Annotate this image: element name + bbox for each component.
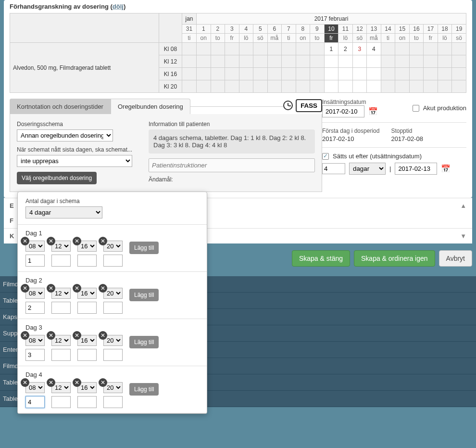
clock-icon[interactable] bbox=[283, 101, 293, 110]
quantity-input[interactable] bbox=[103, 255, 123, 267]
quantity-input[interactable] bbox=[25, 349, 45, 361]
irregular-dosing-popover: Antal dagar i schema 4 dagar Dag 1✕08✕12… bbox=[17, 192, 207, 410]
time-slot: ✕12 bbox=[51, 335, 71, 361]
akut-label: Akut produktion bbox=[423, 104, 466, 112]
choose-irregular-button[interactable]: Välj oregelbunden dosering bbox=[17, 172, 97, 184]
medication-name: Alvedon, 500 mg, Filmdragerad tablett bbox=[10, 43, 159, 93]
add-slot-button[interactable]: Lägg till bbox=[129, 289, 159, 301]
remove-slot-button[interactable]: ✕ bbox=[21, 331, 29, 340]
remove-slot-button[interactable]: ✕ bbox=[73, 237, 81, 245]
quantity-input[interactable] bbox=[77, 255, 97, 267]
hide-link[interactable]: dölj bbox=[113, 3, 124, 10]
day-block-2: Dag 2✕08✕12✕16✕20Lägg till bbox=[18, 272, 207, 319]
day-11: 11 bbox=[338, 25, 353, 34]
patient-instructions-input[interactable] bbox=[149, 158, 315, 172]
quantity-input[interactable] bbox=[51, 396, 71, 408]
info-title: Information till patienten bbox=[149, 121, 315, 128]
quantity-input[interactable] bbox=[103, 349, 123, 361]
cancel-button[interactable]: Avbryt bbox=[439, 250, 472, 267]
weekday: sö bbox=[253, 34, 268, 43]
day-31: 31 bbox=[182, 25, 197, 34]
add-slot-button[interactable]: Lägg till bbox=[129, 242, 159, 254]
preview-header: Förhandsgranskning av dosering (dölj) bbox=[10, 0, 466, 13]
remove-slot-button[interactable]: ✕ bbox=[73, 331, 81, 340]
day-5: 5 bbox=[253, 25, 268, 34]
out-qty-input[interactable] bbox=[322, 163, 345, 174]
time-slot: ✕08 bbox=[25, 241, 45, 267]
time-slot: ✕20 bbox=[103, 288, 123, 314]
quantity-input[interactable] bbox=[25, 302, 45, 314]
tab-oregelbunden[interactable]: Oregelbunden dosering bbox=[111, 99, 190, 114]
quantity-input[interactable] bbox=[51, 302, 71, 314]
schema-label: Doseringsschema bbox=[17, 121, 142, 128]
weekday: to bbox=[409, 34, 424, 43]
day-block-1: Dag 1✕08✕12✕16✕20Lägg till bbox=[18, 225, 207, 272]
remove-slot-button[interactable]: ✕ bbox=[99, 331, 107, 340]
month-header: 2017 februari bbox=[197, 13, 466, 25]
day-8: 8 bbox=[296, 25, 310, 34]
remove-slot-button[interactable]: ✕ bbox=[47, 331, 55, 340]
calendar-icon[interactable]: 📅 bbox=[368, 107, 378, 116]
days-count-select[interactable]: 4 dagar bbox=[25, 206, 102, 218]
remove-slot-button[interactable]: ✕ bbox=[73, 378, 81, 387]
chevron-up-icon[interactable]: ▲ bbox=[460, 202, 466, 209]
time-slot: ✕16 bbox=[77, 335, 97, 361]
weekday: ti bbox=[182, 34, 197, 43]
quantity-input[interactable] bbox=[25, 255, 45, 267]
time-slot: ✕20 bbox=[103, 241, 123, 267]
weekday: må bbox=[367, 34, 381, 43]
out-unit-select[interactable]: dagar bbox=[349, 163, 386, 175]
time-slot: ✕08 bbox=[25, 382, 45, 408]
day-19: 19 bbox=[452, 25, 466, 34]
insat-date-input[interactable] bbox=[322, 105, 364, 117]
remove-slot-button[interactable]: ✕ bbox=[99, 378, 107, 387]
remove-slot-button[interactable]: ✕ bbox=[99, 284, 107, 293]
weekday: sö bbox=[452, 34, 466, 43]
weekday: lö bbox=[239, 34, 253, 43]
save-again-button[interactable]: Skapa & ordinera igen bbox=[354, 250, 435, 267]
quantity-input[interactable] bbox=[77, 349, 97, 361]
day-title: Dag 4 bbox=[25, 371, 199, 378]
quantity-input[interactable] bbox=[77, 396, 97, 408]
remove-slot-button[interactable]: ✕ bbox=[21, 378, 29, 387]
fass-button[interactable]: FASS bbox=[296, 99, 322, 112]
purpose-label: Ändamål: bbox=[149, 176, 315, 183]
calendar-icon[interactable]: 📅 bbox=[441, 164, 451, 173]
weekday: on bbox=[296, 34, 310, 43]
quantity-input[interactable] bbox=[103, 396, 123, 408]
time-slot: ✕16 bbox=[77, 288, 97, 314]
time-slot: ✕08 bbox=[25, 288, 45, 314]
add-slot-button[interactable]: Lägg till bbox=[129, 383, 159, 396]
save-close-button[interactable]: Skapa & stäng bbox=[292, 250, 350, 267]
out-checkbox[interactable]: Sätts ut efter (utsättningsdatum) bbox=[322, 153, 466, 160]
out-date-input[interactable] bbox=[395, 163, 437, 175]
quantity-input[interactable] bbox=[77, 302, 97, 314]
quantity-input[interactable] bbox=[51, 349, 71, 361]
time-slot: ✕08 bbox=[25, 335, 45, 361]
remove-slot-button[interactable]: ✕ bbox=[47, 378, 55, 387]
remove-slot-button[interactable]: ✕ bbox=[99, 237, 107, 245]
repeat-select[interactable]: inte upprepas bbox=[17, 155, 132, 167]
akut-checkbox[interactable]: Akut produktion bbox=[413, 104, 466, 112]
remove-slot-button[interactable]: ✕ bbox=[47, 237, 55, 245]
day-17: 17 bbox=[424, 25, 438, 34]
weekday: ti bbox=[282, 34, 296, 43]
remove-slot-button[interactable]: ✕ bbox=[73, 284, 81, 293]
tab-kortnotation[interactable]: Kortnotation och doseringstider bbox=[10, 99, 111, 114]
day-18: 18 bbox=[438, 25, 452, 34]
chevron-down-icon[interactable]: ▼ bbox=[460, 232, 466, 240]
day-10: 10 bbox=[324, 25, 338, 34]
stop-value: 2017-02-08 bbox=[391, 135, 423, 142]
preview-title: Förhandsgranskning av dosering bbox=[10, 3, 109, 10]
schema-select[interactable]: Annan oregelbunden dosering bbox=[17, 129, 113, 141]
remove-slot-button[interactable]: ✕ bbox=[21, 237, 29, 245]
day-15: 15 bbox=[395, 25, 410, 34]
quantity-input[interactable] bbox=[25, 396, 45, 408]
add-slot-button[interactable]: Lägg till bbox=[129, 336, 159, 348]
remove-slot-button[interactable]: ✕ bbox=[21, 284, 29, 293]
main-panel: Förhandsgranskning av dosering (dölj) ja… bbox=[4, 0, 472, 198]
quantity-input[interactable] bbox=[51, 255, 71, 267]
weekday: fr bbox=[424, 34, 438, 43]
quantity-input[interactable] bbox=[103, 302, 123, 314]
remove-slot-button[interactable]: ✕ bbox=[47, 284, 55, 293]
